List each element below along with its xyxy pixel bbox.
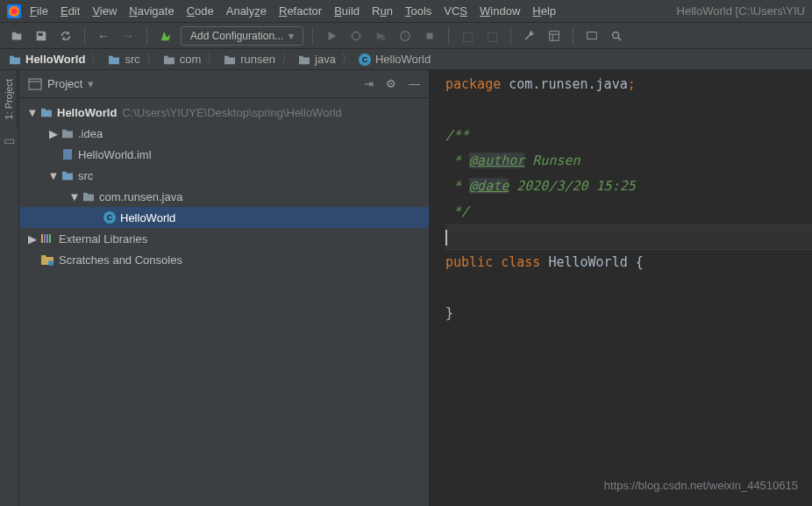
project-panel: Project ▾ ⇥ ⚙ — ▼ HelloWorld C:\Users\YI… bbox=[19, 70, 430, 506]
window-title: HelloWorld [C:\Users\YIU bbox=[677, 4, 805, 18]
file-icon bbox=[61, 148, 74, 160]
tree-external-libraries[interactable]: ▶ External Libraries bbox=[19, 228, 429, 249]
svg-point-12 bbox=[48, 260, 53, 266]
run-config-dropdown[interactable]: Add Configuration... ▾ bbox=[181, 26, 303, 46]
menu-refactor[interactable]: Refactor bbox=[279, 4, 322, 18]
menu-code[interactable]: Code bbox=[187, 4, 214, 18]
tree-package[interactable]: ▼ com.runsen.java bbox=[19, 186, 429, 207]
chevron-down-icon[interactable]: ▼ bbox=[70, 192, 79, 201]
vcs-update-button[interactable]: ⬚ bbox=[458, 26, 477, 46]
chevron-right-icon[interactable]: ▶ bbox=[28, 234, 37, 243]
tree-iml[interactable]: HelloWorld.iml bbox=[19, 144, 429, 165]
chevron-down-icon[interactable]: ▼ bbox=[28, 108, 37, 117]
menu-file[interactable]: File bbox=[30, 4, 48, 18]
debug-button[interactable] bbox=[346, 26, 366, 46]
svg-point-5 bbox=[613, 32, 619, 38]
menu-build[interactable]: Build bbox=[334, 4, 360, 18]
profiler-button[interactable] bbox=[395, 26, 415, 46]
structure-tool-tab[interactable]: ▭ bbox=[4, 133, 15, 147]
window-icon bbox=[28, 78, 42, 90]
svg-point-0 bbox=[353, 32, 360, 39]
svg-rect-8 bbox=[41, 234, 43, 243]
app-icon bbox=[7, 4, 21, 18]
chevron-right-icon[interactable]: ▶ bbox=[49, 129, 58, 138]
crumb-class[interactable]: C HelloWorld bbox=[359, 53, 431, 66]
libraries-icon bbox=[40, 233, 54, 244]
presentation-button[interactable] bbox=[582, 26, 602, 46]
menu-analyze[interactable]: Analyze bbox=[226, 4, 267, 18]
menu-view[interactable]: View bbox=[92, 4, 117, 18]
menu-help[interactable]: Help bbox=[532, 4, 556, 18]
save-button[interactable] bbox=[32, 26, 51, 46]
menu-tools[interactable]: Tools bbox=[405, 4, 431, 18]
menu-bar: File Edit View Navigate Code Analyze Ref… bbox=[0, 0, 812, 23]
run-button[interactable] bbox=[322, 26, 341, 46]
svg-rect-7 bbox=[63, 149, 72, 160]
watermark: https://blog.csdn.net/weixin_44510615 bbox=[604, 479, 798, 492]
vcs-commit-button[interactable]: ⬚ bbox=[482, 26, 502, 46]
main-area: 1: Project ▭ Project ▾ ⇥ ⚙ — ▼ HelloWorl… bbox=[0, 70, 812, 506]
scratches-icon bbox=[40, 253, 54, 266]
crumb-project[interactable]: HelloWorld bbox=[9, 53, 85, 66]
back-button[interactable]: ← bbox=[94, 26, 113, 46]
tree-class-helloworld[interactable]: C HelloWorld bbox=[19, 207, 429, 228]
code-editor[interactable]: package com.runsen.java; /** * @author R… bbox=[430, 70, 812, 506]
coverage-button[interactable] bbox=[371, 26, 390, 46]
project-view-selector[interactable]: Project ▾ bbox=[28, 77, 94, 90]
svg-rect-10 bbox=[46, 234, 48, 243]
crumb-src[interactable]: src bbox=[108, 53, 139, 66]
run-config-label: Add Configuration... bbox=[190, 30, 283, 42]
left-gutter: 1: Project ▭ bbox=[0, 70, 19, 506]
chevron-down-icon[interactable]: ▼ bbox=[49, 171, 58, 180]
tree-src[interactable]: ▼ src bbox=[19, 165, 429, 186]
tree-scratches[interactable]: Scratches and Consoles bbox=[19, 249, 429, 270]
project-panel-header: Project ▾ ⇥ ⚙ — bbox=[19, 70, 429, 98]
gear-icon[interactable]: ⚙ bbox=[386, 77, 396, 90]
open-button[interactable] bbox=[7, 26, 26, 46]
project-tool-tab[interactable]: 1: Project bbox=[1, 70, 18, 128]
svg-rect-2 bbox=[427, 32, 433, 39]
menu-navigate[interactable]: Navigate bbox=[129, 4, 174, 18]
crumb-java[interactable]: java bbox=[298, 53, 336, 66]
text-caret bbox=[445, 230, 447, 246]
crumb-runsen[interactable]: runsen bbox=[224, 53, 275, 66]
build-button[interactable] bbox=[156, 26, 175, 46]
tree-idea[interactable]: ▶ .idea bbox=[19, 123, 429, 144]
svg-rect-3 bbox=[550, 31, 559, 40]
forward-button[interactable]: → bbox=[118, 26, 138, 46]
stop-button[interactable] bbox=[420, 26, 439, 46]
svg-rect-11 bbox=[49, 234, 51, 243]
tree-root[interactable]: ▼ HelloWorld C:\Users\YIUYE\Desktop\spri… bbox=[19, 102, 429, 123]
main-toolbar: ← → Add Configuration... ▾ ⬚ ⬚ bbox=[0, 23, 812, 49]
menu-vcs[interactable]: VCS bbox=[444, 4, 467, 18]
sync-button[interactable] bbox=[56, 26, 75, 46]
class-icon: C bbox=[103, 211, 116, 224]
menu-window[interactable]: Window bbox=[480, 4, 520, 18]
svg-rect-4 bbox=[588, 32, 597, 39]
search-button[interactable] bbox=[607, 26, 626, 46]
svg-rect-9 bbox=[44, 234, 46, 243]
project-tree[interactable]: ▼ HelloWorld C:\Users\YIUYE\Desktop\spri… bbox=[19, 98, 429, 506]
menu-run[interactable]: Run bbox=[372, 4, 393, 18]
crumb-com[interactable]: com bbox=[163, 53, 202, 66]
wrench-icon[interactable] bbox=[520, 26, 539, 46]
structure-button[interactable] bbox=[545, 26, 564, 46]
collapse-icon[interactable]: ⇥ bbox=[364, 77, 374, 90]
menu-edit[interactable]: Edit bbox=[61, 4, 80, 18]
hide-icon[interactable]: — bbox=[409, 77, 420, 90]
svg-rect-6 bbox=[29, 79, 41, 89]
breadcrumb-bar: HelloWorld 〉 src 〉 com 〉 runsen 〉 java 〉… bbox=[0, 49, 812, 70]
class-icon: C bbox=[359, 53, 371, 66]
